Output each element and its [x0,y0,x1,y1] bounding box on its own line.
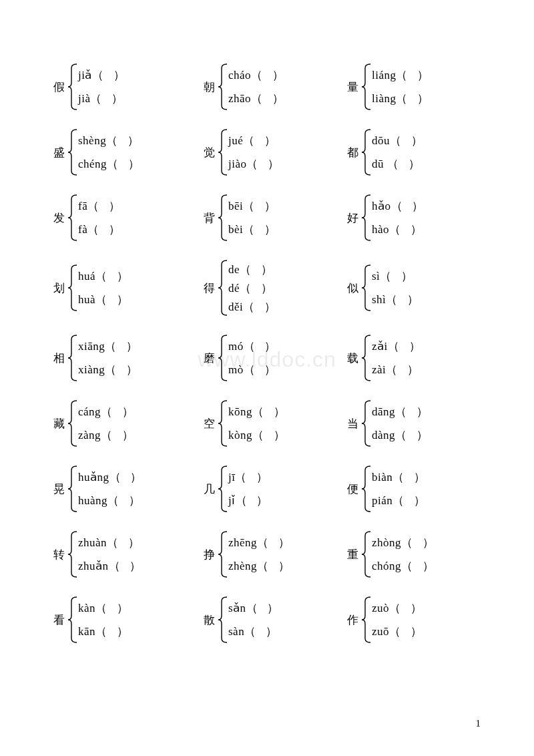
brace-icon [67,335,77,381]
character: 重 [347,547,358,562]
reading-item: dàng（ ） [372,429,428,441]
entry: 载zǎi（ ）zài（ ） [347,335,487,381]
readings: fā（ ）fà（ ） [77,194,120,241]
entry: 盛shèng（ ）chéng（ ） [53,129,204,176]
brace-icon [218,260,227,316]
reading-item: sì（ ） [372,270,419,282]
brace-group: dōu（ ）dū （ ） [361,129,423,176]
brace-icon [67,264,77,311]
brace-icon [218,194,227,241]
reading-item: shì（ ） [372,294,419,305]
readings: cáng（ ）zàng（ ） [77,400,134,447]
row: 晃huǎng（ ）huàng（ ）几jī（ ）jǐ（ ）便biàn（ ）pián… [53,465,487,512]
reading-item: kòng（ ） [228,429,285,441]
reading-item: huà（ ） [78,294,128,305]
character: 划 [53,280,65,296]
row: 转zhuàn（ ）zhuǎn（ ）挣zhēng（ ）zhèng（ ）重zhòng… [53,531,487,578]
entry: 觉jué（ ）jiào（ ） [204,129,347,176]
reading-item: chéng（ ） [78,158,140,170]
row: 盛shèng（ ）chéng（ ）觉jué（ ）jiào（ ）都dōu（ ）dū… [53,129,487,176]
entry: 划huá（ ）huà（ ） [53,260,204,316]
brace-icon [218,129,227,176]
readings: jī（ ）jǐ（ ） [227,465,268,512]
character: 几 [204,482,215,497]
reading-item: cáng（ ） [78,406,134,417]
readings: shèng（ ）chéng（ ） [77,129,140,176]
row: 藏cáng（ ）zàng（ ）空kōng（ ）kòng（ ）当dāng（ ）dà… [53,400,487,447]
entry: 朝cháo（ ）zhāo（ ） [204,63,347,110]
entry: 晃huǎng（ ）huàng（ ） [53,465,204,512]
brace-group: de（ ）dé（ ）děi（ ） [218,260,276,316]
reading-item: hào（ ） [372,224,424,235]
brace-icon [67,63,77,110]
entry: 空kōng（ ）kòng（ ） [204,400,347,447]
entry: 重zhòng（ ）chóng（ ） [347,531,487,578]
character: 似 [347,280,358,296]
reading-item: cháo（ ） [228,69,284,81]
brace-group: kàn（ ）kān（ ） [67,596,128,643]
readings: zhuàn（ ）zhuǎn（ ） [77,531,142,578]
reading-item: mó（ ） [228,341,276,352]
reading-item: pián（ ） [372,495,426,506]
readings: huá（ ）huà（ ） [77,264,128,311]
reading-item: mò（ ） [228,364,276,375]
rows-container: 假jiǎ（ ）jià（ ）朝cháo（ ）zhāo（ ）量liáng（ ）lià… [53,63,487,662]
reading-item: fà（ ） [78,224,120,235]
readings: cháo（ ）zhāo（ ） [227,63,284,110]
character: 背 [204,210,215,226]
reading-item: bèi（ ） [228,224,276,235]
reading-item: sǎn（ ） [228,602,279,614]
readings: dāng（ ）dàng（ ） [370,400,428,447]
brace-group: kōng（ ）kòng（ ） [218,400,285,447]
readings: jiǎ（ ）jià（ ） [77,63,125,110]
entry: 假jiǎ（ ）jià（ ） [53,63,204,110]
readings: jué（ ）jiào（ ） [227,129,280,176]
readings: sǎn（ ）sàn（ ） [227,596,279,643]
readings: mó（ ）mò（ ） [227,335,276,381]
brace-icon [361,264,370,311]
brace-icon [361,129,370,176]
reading-item: xiàng（ ） [78,364,138,375]
readings: dōu（ ）dū （ ） [370,129,423,176]
brace-icon [67,129,77,176]
brace-group: mó（ ）mò（ ） [218,335,276,381]
readings: zǎi（ ）zài（ ） [370,335,421,381]
reading-item: kàn（ ） [78,602,128,614]
character: 看 [53,612,65,628]
brace-icon [361,400,370,447]
reading-item: jià（ ） [78,93,125,104]
entry: 背bēi（ ）bèi（ ） [204,194,347,241]
readings: de（ ）dé（ ）děi（ ） [227,260,276,316]
reading-item: liáng（ ） [372,69,429,81]
readings: liáng（ ）liàng（ ） [370,63,429,110]
character: 相 [53,351,65,366]
brace-icon [218,63,227,110]
character: 空 [204,416,215,431]
readings: zhòng（ ）chóng（ ） [370,531,434,578]
row: 假jiǎ（ ）jià（ ）朝cháo（ ）zhāo（ ）量liáng（ ）lià… [53,63,487,110]
reading-item: kān（ ） [78,626,128,637]
readings: huǎng（ ）huàng（ ） [77,465,142,512]
row: 发fā（ ）fà（ ）背bēi（ ）bèi（ ）好hǎo（ ）hào（ ） [53,194,487,241]
character: 便 [347,482,358,497]
reading-item: chóng（ ） [372,560,434,572]
entry: 便biàn（ ）pián（ ） [347,465,487,512]
character: 好 [347,210,358,226]
reading-item: jué（ ） [228,135,280,146]
brace-group: xiāng（ ）xiàng（ ） [67,335,138,381]
brace-icon [361,335,370,381]
brace-icon [218,596,227,643]
brace-icon [67,465,77,512]
character: 转 [53,547,65,562]
brace-group: huǎng（ ）huàng（ ） [67,465,142,512]
reading-item: zài（ ） [372,364,421,375]
entry: 量liáng（ ）liàng（ ） [347,63,487,110]
brace-group: biàn（ ）pián（ ） [361,465,426,512]
brace-icon [67,596,77,643]
brace-group: jiǎ（ ）jià（ ） [67,63,125,110]
entry: 似sì（ ）shì（ ） [347,260,487,316]
readings: zuò（ ）zuō（ ） [370,596,422,643]
readings: bēi（ ）bèi（ ） [227,194,276,241]
reading-item: hǎo（ ） [372,200,424,212]
brace-icon [67,531,77,578]
